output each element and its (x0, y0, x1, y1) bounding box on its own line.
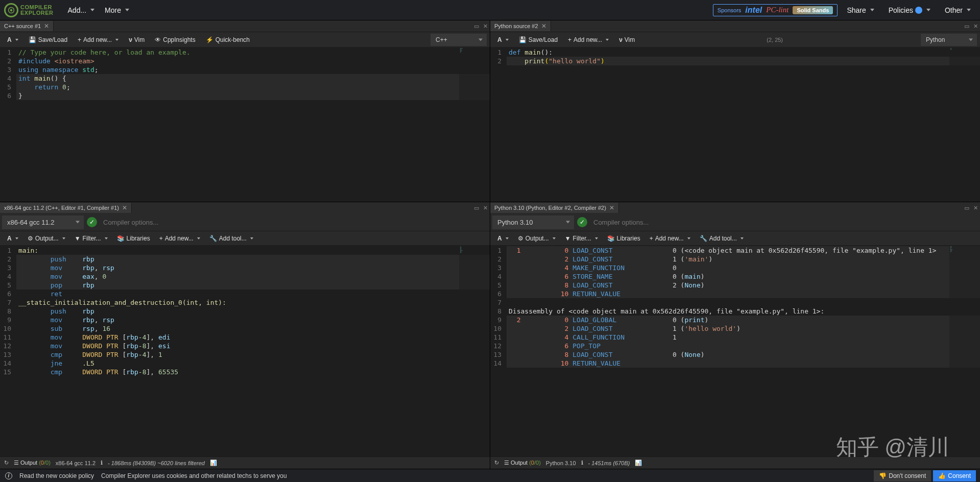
status-timing: - 1451ms (670B) (588, 460, 630, 466)
sponsors-box[interactable]: Sponsors intel PC-lint Solid Sands (713, 4, 838, 16)
vim-button[interactable]: ν Vim (615, 34, 639, 45)
chart-icon[interactable]: 📊 (210, 460, 217, 466)
sponsor-solidsands: Solid Sands (793, 6, 833, 14)
status-ok-icon: ✓ (87, 217, 97, 227)
filter-button[interactable]: ▼Filter... (70, 233, 112, 244)
close-icon[interactable]: ✕ (122, 204, 127, 211)
font-button[interactable]: A (3, 233, 22, 244)
cppinsights-button[interactable]: 👁CppInsights (151, 34, 199, 45)
close-icon[interactable]: ✕ (483, 23, 488, 30)
asm-view-cpp[interactable]: 123456789101112131415 main: push rbp mov… (0, 245, 490, 456)
book-icon: 📚 (117, 235, 125, 242)
language-select[interactable]: C++ (431, 34, 487, 46)
add-new-button[interactable]: +Add new... (646, 233, 695, 244)
filter-button[interactable]: ▼Filter... (561, 233, 602, 244)
save-icon: 💾 (519, 36, 527, 43)
minimap[interactable]: ▀▀▀▀▀▀▀▀▀▀▀▀ (949, 245, 980, 456)
compiler-select[interactable]: Python 3.10 (492, 215, 574, 229)
compiler-options-input[interactable] (590, 215, 978, 229)
maximize-icon[interactable]: ▭ (474, 205, 479, 211)
panel-py-source: Python source #2 ✕ ▭✕ A 💾Save/Load +Add … (490, 20, 980, 202)
close-icon[interactable]: ✕ (483, 205, 488, 211)
language-select[interactable]: Python (921, 34, 977, 46)
thumbs-down-icon: 👎 (879, 472, 887, 479)
add-new-button[interactable]: +Add new... (155, 233, 204, 244)
plus-icon: + (650, 235, 653, 242)
sponsor-pclint: PC-lint (766, 6, 788, 14)
nav-policies[interactable]: Policies (883, 3, 936, 17)
editor-toolbar: A 💾Save/Load +Add new... ν Vim 👁CppInsig… (0, 32, 490, 47)
cookie-policy-link[interactable]: Read the new cookie policy (19, 472, 94, 479)
save-load-button[interactable]: 💾Save/Load (515, 34, 562, 45)
thumbs-up-icon: 👍 (938, 472, 946, 479)
close-icon[interactable]: ✕ (973, 23, 978, 30)
status-compiler: x86-64 gcc 11.2 (56, 460, 95, 466)
main-grid: C++ source #1 ✕ ▭✕ A 💾Save/Load +Add new… (0, 20, 980, 469)
editor-cpp[interactable]: 123456 // Type your code here, or load a… (0, 47, 490, 202)
font-button[interactable]: A (493, 233, 513, 244)
logo-text-top: COMPILER (20, 5, 54, 10)
vim-button[interactable]: ν Vim (125, 34, 149, 45)
close-icon[interactable]: ✕ (609, 204, 614, 211)
close-icon[interactable]: ✕ (44, 22, 49, 30)
reload-icon[interactable]: ↻ (494, 460, 499, 466)
status-ok-icon: ✓ (577, 217, 587, 227)
asm-view-py[interactable]: 1234567891011121314 1 0 LOAD_CONST 0 (<c… (490, 245, 980, 456)
dont-consent-button[interactable]: 👎Don't consent (874, 470, 931, 481)
editor-py[interactable]: 12 def main(): print("hello world") ▀▀▀▀ (490, 47, 980, 202)
save-load-button[interactable]: 💾Save/Load (25, 34, 71, 45)
plus-icon: + (568, 36, 571, 43)
book-icon: 📚 (607, 235, 615, 242)
info-icon[interactable]: i (5, 472, 12, 479)
font-button[interactable]: A (493, 34, 513, 45)
minimap[interactable]: ▀▀▀▀▀▀▀▀▀▀▀▀▀▀▀ (459, 245, 490, 456)
compiler-options-input[interactable] (100, 215, 488, 229)
chart-icon[interactable]: 📊 (635, 460, 642, 466)
bolt-icon: ⚡ (206, 36, 213, 43)
output-button[interactable]: ⚙Output... (514, 233, 560, 244)
nav-share[interactable]: Share (842, 3, 879, 17)
filter-icon: ▼ (75, 235, 81, 242)
cookie-text: Compiler Explorer uses cookies and other… (101, 472, 287, 479)
tab-row: C++ source #1 ✕ ▭✕ (0, 20, 490, 32)
libraries-button[interactable]: 📚Libraries (113, 233, 154, 244)
wrench-icon: 🔧 (700, 235, 707, 242)
add-tool-button[interactable]: 🔧Add tool... (205, 233, 257, 244)
statusbar-cpp: ↻ ☰ Output (0/0) x86-64 gcc 11.2 ℹ - 186… (0, 456, 490, 469)
maximize-icon[interactable]: ▭ (964, 23, 969, 30)
tab-cpp-source[interactable]: C++ source #1 ✕ (0, 21, 54, 31)
font-button[interactable]: A (3, 34, 22, 45)
reload-icon[interactable]: ↻ (4, 460, 9, 466)
add-new-button[interactable]: +Add new... (564, 34, 613, 45)
tab-cpp-output[interactable]: x86-64 gcc 11.2 (C++, Editor #1, Compile… (0, 203, 132, 213)
wrench-icon: 🔧 (209, 235, 217, 242)
output-button[interactable]: ⚙Output... (23, 233, 69, 244)
compiler-select[interactable]: x86-64 gcc 11.2 (2, 215, 84, 229)
minimap[interactable]: ▀▀▀▀▀▀▀▀▀▀▀▀ (459, 47, 490, 202)
maximize-icon[interactable]: ▭ (474, 23, 479, 30)
add-tool-button[interactable]: 🔧Add tool... (696, 233, 748, 244)
libraries-button[interactable]: 📚Libraries (603, 233, 644, 244)
output-toggle[interactable]: ☰ Output (0/0) (14, 460, 51, 466)
statusbar-py: ↻ ☰ Output (0/0) Python 3.10 ℹ - 1451ms … (490, 456, 980, 469)
consent-button[interactable]: 👍Consent (933, 470, 976, 481)
tab-py-source[interactable]: Python source #2 ✕ (490, 21, 551, 31)
logo[interactable]: ⦿ COMPILER EXPLORER (4, 3, 54, 17)
info-icon[interactable]: ℹ (101, 460, 103, 466)
info-icon[interactable]: ℹ (581, 460, 583, 466)
close-icon[interactable]: ✕ (541, 22, 546, 30)
nav-more[interactable]: More (100, 3, 134, 17)
sponsor-intel: intel (745, 6, 762, 15)
panel-cpp-output: x86-64 gcc 11.2 (C++, Editor #1, Compile… (0, 202, 490, 469)
close-icon[interactable]: ✕ (973, 205, 978, 211)
tab-py-output[interactable]: Python 3.10 (Python, Editor #2, Compiler… (490, 203, 619, 213)
status-compiler: Python 3.10 (546, 460, 576, 466)
maximize-icon[interactable]: ▭ (964, 205, 969, 211)
nav-add[interactable]: Add... (63, 3, 100, 17)
nav-other[interactable]: Other (940, 3, 976, 17)
output-toggle[interactable]: ☰ Output (0/0) (504, 460, 541, 466)
minimap[interactable]: ▀▀▀▀ (949, 47, 980, 202)
gear-icon: ⚙ (28, 235, 33, 242)
quickbench-button[interactable]: ⚡Quick-bench (202, 34, 254, 45)
add-new-button[interactable]: +Add new... (74, 34, 123, 45)
